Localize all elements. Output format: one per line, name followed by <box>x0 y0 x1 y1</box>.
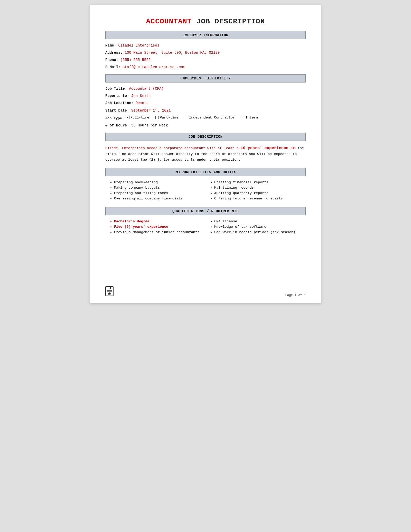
list-item: Preparing and filing taxes <box>114 191 206 195</box>
footer-doc-icon: e <box>105 286 114 298</box>
employer-info-section: EMPLOYER INFORMATION Name: Citadel Enter… <box>105 31 306 69</box>
list-item: Five (5) years' experience <box>114 225 206 229</box>
checkbox-independent-contractor[interactable]: Independent Contractor <box>185 116 235 120</box>
field-name: Name: Citadel Enterprises <box>105 43 306 48</box>
svg-text:e: e <box>109 293 110 295</box>
list-item: Can work in hectic periods (tax season) <box>214 230 306 234</box>
title-accountant: ACCOUNTANT <box>146 17 192 25</box>
list-item: Knowledge of tax software <box>214 225 306 229</box>
document-page: ACCOUNTANT JOB DESCRIPTION EMPLOYER INFO… <box>90 5 321 303</box>
field-reports-to: Reports to: Jon Smith <box>105 94 306 98</box>
field-start-date: Start Date: September 1st, 2021 <box>105 108 306 113</box>
checkbox-fulltime[interactable]: Full-time <box>126 116 149 120</box>
qualifications-right-col: CPA license Knowledge of tax software Ca… <box>206 219 306 236</box>
responsibilities-section: RESPONSIBILITIES AND DUTIES Preparing bo… <box>105 168 306 202</box>
list-item: Offering future revenue forecasts <box>214 197 306 200</box>
list-item: Previous management of junior accountant… <box>114 230 206 234</box>
field-job-title: Job Title: Accountant (CPA) <box>105 87 306 91</box>
field-email: E-Mail: staff@ citadelenterprises.com <box>105 65 306 69</box>
list-item: Auditing quarterly reports <box>214 191 306 195</box>
list-item: Bachelor's degree <box>114 219 206 223</box>
employment-eligibility-section: EMPLOYMENT ELIGIBILITY Job Title: Accoun… <box>105 74 306 127</box>
list-item: Maintaining records <box>214 186 306 190</box>
field-hours: # of Hours: 35 Hours per week <box>105 123 306 127</box>
qualifications-section: QUALIFICATIONS / REQUIREMENTS Bachelor's… <box>105 207 306 236</box>
responsibilities-left-col: Preparing bookkeeping Making company bud… <box>105 180 206 202</box>
job-description-section: JOB DESCRIPTION Citadel Enterprises need… <box>105 133 306 163</box>
list-item: CPA license <box>214 219 306 223</box>
employer-info-header: EMPLOYER INFORMATION <box>105 31 306 39</box>
field-address: Address: 100 Main Street, Suite 500, Bos… <box>105 51 306 55</box>
checkbox-parttime[interactable]: Part-time <box>155 116 179 120</box>
checkbox-parttime-box <box>155 116 159 119</box>
field-job-location: Job Location: Remote <box>105 101 306 105</box>
qualifications-header: QUALIFICATIONS / REQUIREMENTS <box>105 207 306 215</box>
responsibilities-right-col: Creating financial reports Maintaining r… <box>206 180 306 202</box>
list-item: Overseeing all company financials <box>114 197 206 200</box>
job-description-text: Citadel Enterprises needs a corporate ac… <box>105 145 306 163</box>
field-phone: Phone: (555) 555-5555 <box>105 58 306 62</box>
employment-eligibility-header: EMPLOYMENT ELIGIBILITY <box>105 74 306 82</box>
checkbox-independent-contractor-box <box>185 116 188 119</box>
qualifications-left-col: Bachelor's degree Five (5) years' experi… <box>105 219 206 236</box>
list-item: Preparing bookkeeping <box>114 180 206 184</box>
responsibilities-list: Preparing bookkeeping Making company bud… <box>105 180 306 202</box>
checkbox-intern-box <box>241 116 244 119</box>
job-description-header: JOB DESCRIPTION <box>105 133 306 141</box>
title-rest: JOB DESCRIPTION <box>192 17 265 25</box>
page-number: Page 1 of 1 <box>285 293 306 297</box>
document-title: ACCOUNTANT JOB DESCRIPTION <box>105 17 306 25</box>
checkbox-fulltime-box <box>126 116 129 119</box>
field-job-type: Job Type: Full-time Part-time Independen… <box>105 116 306 120</box>
list-item: Creating financial reports <box>214 180 306 184</box>
checkbox-intern[interactable]: Intern <box>241 116 258 120</box>
list-item: Making company budgets <box>114 186 206 190</box>
responsibilities-header: RESPONSIBILITIES AND DUTIES <box>105 168 306 176</box>
qualifications-list: Bachelor's degree Five (5) years' experi… <box>105 219 306 236</box>
